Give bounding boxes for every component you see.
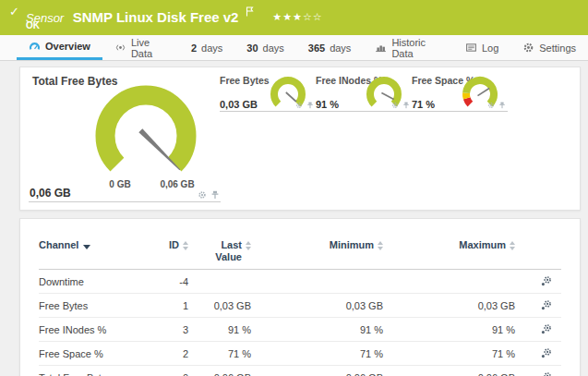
channel-name: Free Bytes — [39, 300, 142, 311]
pin-icon[interactable] — [498, 102, 506, 109]
stars-empty[interactable]: ☆☆ — [303, 11, 323, 22]
priority-stars[interactable]: ★★★☆☆ — [272, 11, 322, 22]
channel-settings-icon[interactable] — [515, 323, 561, 335]
gear-icon[interactable] — [198, 190, 207, 200]
sensor-title: SNMP Linux Disk Free v2 — [73, 9, 239, 25]
pin-icon[interactable] — [306, 102, 314, 109]
channels-panel: Channel ID Last Value Minimum Maximum Do… — [19, 218, 581, 376]
log-list-icon — [465, 42, 477, 54]
channel-id: 1 — [142, 300, 188, 311]
channel-settings-icon[interactable] — [515, 371, 561, 376]
gear-icon[interactable] — [487, 102, 495, 109]
tab-label-number: 30 — [246, 42, 258, 54]
gauge-scale-min: 0 GB — [102, 179, 138, 189]
tab-label: Live Data — [131, 37, 167, 59]
gauge-icon — [29, 41, 41, 53]
table-row-free-space[interactable]: Free Space % 2 71 % 71 % 71 % — [39, 342, 561, 366]
tab-label: days — [201, 42, 222, 54]
gear-icon[interactable] — [295, 102, 303, 109]
pin-icon[interactable] — [210, 190, 220, 200]
channel-last-value: 71 % — [188, 348, 251, 359]
channel-id: 2 — [142, 348, 188, 359]
settings-gear-icon — [522, 42, 534, 54]
channel-name: Free INodes % — [39, 324, 142, 335]
channel-id: -4 — [142, 276, 188, 287]
channel-settings-icon[interactable] — [515, 299, 561, 311]
tab-label: Overview — [45, 41, 90, 52]
channel-minimum: 91 % — [251, 324, 383, 335]
tab-log[interactable]: Log — [453, 35, 510, 60]
channel-last-value: 0,06 GB — [188, 372, 251, 376]
tab-live-data[interactable]: Live Data — [102, 35, 179, 60]
tab-30-days[interactable]: 30 days — [234, 35, 296, 60]
table-row-downtime[interactable]: Downtime -4 — [39, 270, 561, 294]
table-row-free-bytes[interactable]: Free Bytes 1 0,03 GB 0,03 GB 0,03 GB — [39, 294, 561, 318]
sensor-header: ✓ Sensor SNMP Linux Disk Free v2 ★★★☆☆ O… — [0, 0, 588, 35]
column-header-minimum[interactable]: Minimum — [251, 239, 383, 251]
tab-overview[interactable]: Overview — [17, 35, 102, 60]
channel-maximum: 0,06 GB — [383, 372, 515, 376]
tab-2-days[interactable]: 2 days — [179, 35, 234, 60]
gauge-actions — [487, 102, 506, 109]
gauge-actions — [391, 102, 410, 109]
channel-maximum: 0,03 GB — [383, 300, 515, 311]
mini-gauge-value: 0,03 GB — [220, 99, 258, 110]
channel-settings-icon[interactable] — [515, 275, 561, 287]
tab-365-days[interactable]: 365 days — [296, 35, 364, 60]
gauge-actions — [198, 190, 220, 200]
tab-settings[interactable]: Settings — [510, 35, 588, 60]
gauges-panel: Total Free Bytes 0 GB 0,06 GB 0,06 GB Fr… — [19, 67, 581, 211]
gauge-needle — [286, 92, 296, 102]
gear-icon[interactable] — [391, 102, 399, 109]
channel-table-header: Channel ID Last Value Minimum Maximum — [39, 219, 561, 270]
column-header-last-value[interactable]: Last Value — [188, 239, 251, 263]
mini-gauge-value: 91 % — [316, 99, 339, 110]
priority-flag-icon[interactable] — [246, 4, 254, 20]
mini-gauge-free-bytes: Free Bytes 0,03 GB — [220, 73, 316, 138]
channel-id: 3 — [142, 324, 188, 335]
table-row-total-free-bytes[interactable]: Total Free Bytes 0 0,06 GB 0,06 GB 0,06 … — [39, 366, 561, 376]
gauge-needle — [478, 89, 490, 96]
mini-gauge-free-space: Free Space % 71 % — [412, 73, 508, 138]
column-header-maximum[interactable]: Maximum — [383, 239, 515, 251]
mini-gauge-value: 71 % — [412, 99, 435, 110]
sort-desc-icon — [83, 245, 90, 249]
channel-minimum: 0,06 GB — [251, 372, 383, 376]
channel-minimum: 0,03 GB — [251, 300, 383, 311]
divider — [316, 111, 412, 112]
tab-label: Log — [482, 42, 498, 54]
divider — [29, 201, 221, 202]
mini-gauge-label: Free Bytes — [220, 75, 270, 86]
channel-last-value: 91 % — [188, 324, 251, 335]
status-ok-check-icon: ✓ — [9, 5, 19, 18]
bar-chart-icon — [375, 42, 387, 54]
channel-name: Total Free Bytes — [39, 372, 142, 376]
channel-name: Free Space % — [39, 348, 142, 359]
sort-icon — [510, 241, 515, 250]
channel-maximum: 91 % — [383, 324, 515, 335]
tab-label: days — [330, 42, 351, 54]
tab-label: Historic Data — [391, 37, 441, 59]
stars-filled[interactable]: ★★★ — [272, 11, 303, 22]
channel-minimum: 71 % — [251, 348, 383, 359]
gauge-needle — [381, 93, 393, 100]
tab-historic-data[interactable]: Historic Data — [363, 35, 453, 60]
gauge-actions — [295, 102, 314, 109]
column-header-channel[interactable]: Channel — [39, 239, 142, 251]
divider — [220, 111, 316, 112]
channel-settings-icon[interactable] — [515, 347, 561, 359]
sensor-title-line: Sensor SNMP Linux Disk Free v2 ★★★☆☆ — [26, 4, 323, 26]
tab-label-number: 365 — [308, 42, 325, 54]
channel-id: 0 — [142, 372, 188, 376]
channel-maximum: 71 % — [383, 348, 515, 359]
live-data-icon — [114, 42, 126, 54]
main-gauge-value: 0,06 GB — [30, 187, 71, 200]
pin-icon[interactable] — [402, 102, 410, 109]
tab-label: days — [263, 42, 284, 54]
table-row-free-inodes[interactable]: Free INodes % 3 91 % 91 % 91 % — [39, 318, 561, 342]
column-header-id[interactable]: ID — [142, 239, 188, 251]
total-free-bytes-gauge — [90, 80, 201, 191]
channel-name: Downtime — [39, 276, 142, 287]
tab-bar: Overview Live Data 2 days 30 days 365 da… — [0, 35, 588, 61]
tab-label: Settings — [539, 42, 576, 54]
